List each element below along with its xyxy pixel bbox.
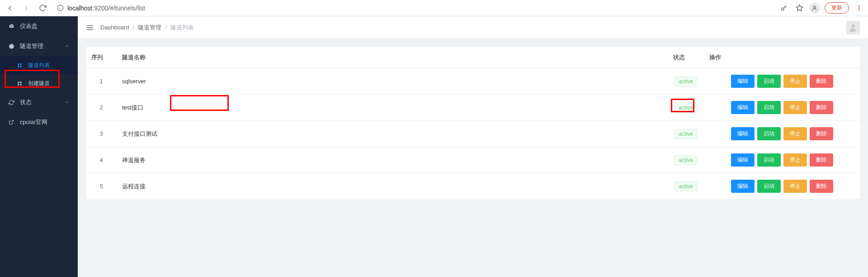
profile-icon[interactable]	[809, 3, 820, 14]
cell-status: active	[668, 147, 704, 173]
svg-marker-7	[796, 5, 802, 10]
back-button[interactable]	[4, 2, 16, 14]
breadcrumb-root[interactable]: Dashboard	[100, 24, 129, 31]
cell-name: 禅道服务	[117, 147, 668, 173]
svg-line-4	[783, 5, 786, 8]
status-badge: active	[674, 129, 697, 139]
svg-rect-20	[20, 84, 21, 85]
update-button[interactable]: 更新	[825, 2, 849, 14]
chevron-up-icon	[64, 43, 70, 49]
cell-name: 支付接口测试	[117, 121, 668, 147]
breadcrumb-sep: /	[133, 24, 135, 31]
avatar[interactable]	[846, 21, 860, 34]
delete-button[interactable]: 删除	[810, 127, 833, 140]
sidebar-item-tunnel-list[interactable]: 隧道列表	[0, 56, 78, 74]
start-button[interactable]: 启动	[757, 180, 781, 193]
svg-point-25	[851, 24, 854, 27]
cell-seq: 2	[86, 95, 117, 121]
status-badge: active	[674, 181, 697, 191]
sidebar-item-create-tunnel[interactable]: 创建隧道	[0, 74, 78, 92]
svg-point-9	[859, 5, 860, 7]
cell-status: active	[668, 95, 704, 121]
edit-button[interactable]: 编辑	[731, 75, 755, 88]
sidebar-label: 仪表盘	[20, 22, 70, 30]
cell-actions: 编辑启动停止删除	[704, 121, 860, 147]
address-bar[interactable]: localhost:9200/#/tunnels/list	[52, 2, 775, 14]
topbar: Dashboard / 隧道管理 / 隧道列表	[78, 16, 868, 39]
delete-button[interactable]: 删除	[810, 180, 833, 193]
cell-actions: 编辑启动停止删除	[704, 173, 860, 200]
reload-button[interactable]	[36, 2, 49, 14]
start-button[interactable]: 启动	[757, 75, 781, 88]
delete-button[interactable]: 删除	[810, 153, 833, 167]
delete-button[interactable]: 删除	[810, 75, 833, 88]
stop-button[interactable]: 停止	[783, 127, 807, 140]
status-badge: active	[674, 103, 697, 113]
col-name: 隧道名称	[117, 47, 668, 68]
sidebar: 仪表盘 隧道管理 隧道列表 创建隧道 状态	[0, 16, 78, 277]
svg-point-8	[814, 6, 816, 8]
sidebar-label: 隧道列表	[28, 62, 70, 69]
table-row: 1sqlserveractive编辑启动停止删除	[86, 68, 860, 95]
stop-button[interactable]: 停止	[783, 75, 807, 88]
svg-rect-19	[18, 84, 19, 85]
table-row: 2test接口active编辑启动停止删除	[86, 95, 860, 121]
breadcrumb-sep: /	[165, 24, 167, 31]
breadcrumb-section[interactable]: 隧道管理	[138, 24, 161, 32]
svg-rect-17	[18, 81, 19, 83]
col-status: 状态	[668, 47, 704, 68]
cell-status: active	[668, 68, 704, 95]
edit-button[interactable]: 编辑	[731, 127, 755, 140]
browser-chrome: localhost:9200/#/tunnels/list 更新	[0, 0, 868, 16]
cell-seq: 5	[86, 173, 117, 200]
start-button[interactable]: 启动	[757, 101, 781, 114]
table-row: 3支付接口测试active编辑启动停止删除	[86, 121, 860, 147]
table-row: 5远程连接active编辑启动停止删除	[86, 173, 860, 200]
table-row: 4禅道服务active编辑启动停止删除	[86, 147, 860, 173]
cell-actions: 编辑启动停止删除	[704, 95, 860, 121]
sidebar-label: 隧道管理	[20, 42, 59, 50]
external-icon	[8, 119, 14, 125]
stop-button[interactable]: 停止	[783, 101, 807, 114]
key-icon[interactable]	[778, 3, 789, 14]
tunnel-table-card: 序列 隧道名称 状态 操作 1sqlserveractive编辑启动停止删除2t…	[86, 47, 860, 200]
col-actions: 操作	[704, 47, 860, 68]
chevron-down-icon	[64, 100, 70, 105]
menu-toggle-icon[interactable]	[86, 24, 94, 32]
cell-seq: 1	[86, 68, 117, 95]
sidebar-item-status[interactable]: 状态	[0, 92, 78, 112]
cell-name: 远程连接	[117, 173, 668, 200]
svg-point-11	[859, 10, 860, 11]
cell-status: active	[668, 121, 704, 147]
forward-button[interactable]	[20, 2, 33, 14]
sidebar-item-tunnel-mgmt[interactable]: 隧道管理	[0, 36, 78, 56]
grid-icon	[16, 63, 23, 68]
edit-button[interactable]: 编辑	[731, 180, 755, 193]
info-icon	[57, 5, 64, 11]
delete-button[interactable]: 删除	[810, 101, 833, 114]
menu-icon[interactable]	[854, 3, 864, 14]
svg-rect-15	[18, 66, 19, 67]
start-button[interactable]: 启动	[757, 127, 781, 140]
edit-button[interactable]: 编辑	[731, 153, 755, 167]
cell-actions: 编辑启动停止删除	[704, 68, 860, 95]
status-badge: active	[674, 155, 697, 165]
sidebar-item-dashboard[interactable]: 仪表盘	[0, 16, 78, 36]
svg-rect-16	[20, 66, 21, 67]
cell-name: sqlserver	[117, 68, 668, 95]
cell-status: active	[668, 173, 704, 200]
sidebar-item-cpolar-site[interactable]: cpolar官网	[0, 112, 78, 132]
gauge-icon	[8, 24, 14, 29]
sidebar-label: 创建隧道	[28, 80, 70, 87]
stop-button[interactable]: 停止	[783, 153, 807, 167]
star-icon[interactable]	[794, 3, 805, 14]
edit-button[interactable]: 编辑	[731, 101, 755, 114]
refresh-icon	[8, 100, 14, 105]
stop-button[interactable]: 停止	[783, 180, 807, 193]
svg-point-3	[782, 8, 784, 10]
start-button[interactable]: 启动	[757, 153, 781, 167]
address-text: localhost:9200/#/tunnels/list	[67, 5, 145, 12]
browser-right-icons: 更新	[778, 2, 864, 14]
grid-icon	[16, 81, 23, 86]
cell-seq: 4	[86, 147, 117, 173]
